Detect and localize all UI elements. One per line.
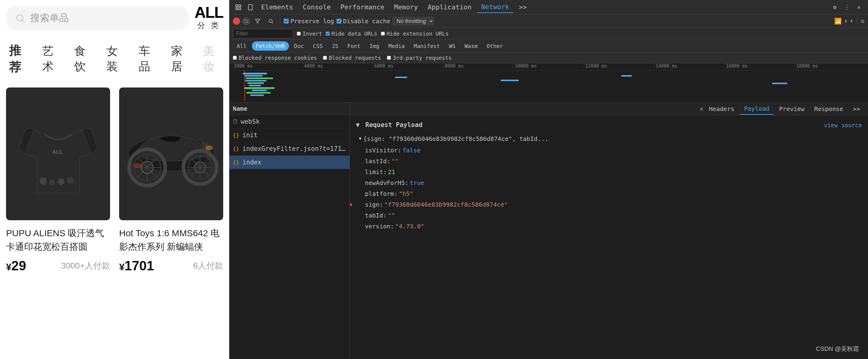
type-doc[interactable]: Doc xyxy=(290,41,308,51)
view-source-link[interactable]: view source xyxy=(824,121,862,130)
value-lastid: "" xyxy=(392,156,399,166)
blocked-cookies-checkbox[interactable]: Blocked response cookies xyxy=(233,55,317,61)
category-艺术[interactable]: 艺术 xyxy=(42,43,59,74)
category-美妆[interactable]: 美妆 xyxy=(203,43,220,74)
all-classify-button[interactable]: ALL 分 类 xyxy=(194,4,223,31)
tab-more[interactable]: >> xyxy=(515,1,531,13)
category-女装[interactable]: 女装 xyxy=(106,43,124,74)
svg-line-31 xyxy=(245,20,247,22)
detail-tab-payload[interactable]: Payload xyxy=(740,103,774,115)
payload-row-platform: platform: "h5" xyxy=(359,189,862,199)
type-other[interactable]: Other xyxy=(483,41,507,51)
value-tabid: "" xyxy=(388,211,395,220)
detail-tab-more[interactable]: >> xyxy=(849,103,864,114)
product-name-1: PUPU ALIENS 吸汗透气卡通印花宽松百搭圆 xyxy=(6,226,110,253)
product-tshirt-illustration: ALL xyxy=(16,106,100,202)
type-css[interactable]: CSS xyxy=(309,41,327,51)
network-settings-icon[interactable]: ⚙ xyxy=(861,18,864,25)
filter-input[interactable] xyxy=(233,29,293,38)
product-card-1[interactable]: ALL PUPU ALIENS 吸汗透气卡通印花宽松百搭圆 ¥29 3000+人… xyxy=(6,88,110,353)
key-newadvforh5: newAdvForH5: xyxy=(365,178,409,188)
xhr-icon-indexgreyfilter: {} xyxy=(233,146,240,152)
svg-line-1 xyxy=(22,20,25,22)
products-grid: ALL PUPU ALIENS 吸汗透气卡通印花宽松百搭圆 ¥29 3000+人… xyxy=(6,88,223,353)
hide-data-urls-checkbox[interactable]: Hide data URLs xyxy=(326,30,377,37)
request-index[interactable]: {} index xyxy=(229,156,349,169)
category-车品[interactable]: 车品 xyxy=(139,43,156,74)
request-indexgreyfilter[interactable]: {} indexGreyFilter.json?t=1713495737136 xyxy=(229,142,349,156)
detail-panel: ✕ Headers Payload Preview Response >> ▼ … xyxy=(350,102,868,359)
search-network-icon[interactable] xyxy=(266,16,276,27)
expand-triangle-main[interactable]: ▼ xyxy=(356,121,360,128)
type-media[interactable]: Media xyxy=(384,41,409,51)
svg-rect-28 xyxy=(249,4,252,10)
type-fetch-xhr[interactable]: Fetch/XHR xyxy=(252,41,289,51)
devtools-inspect-icon[interactable] xyxy=(233,2,244,13)
search-placeholder: 搜索单品 xyxy=(30,11,69,25)
product-card-2[interactable]: Hot Toys 1:6 MMS642 电影杰作系列 新蝙蝠侠 ¥1701 6人… xyxy=(119,88,223,353)
preserve-log-checkbox[interactable]: Preserve log xyxy=(284,18,334,25)
payload-section-title: ▼ Request Payload view source xyxy=(356,120,862,130)
tab-network[interactable]: Network xyxy=(477,1,514,13)
type-font[interactable]: Font xyxy=(343,41,364,51)
timeline-area: 2000 ms 4000 ms 6000 ms 8000 ms 10000 ms… xyxy=(229,63,868,102)
key-sign: sign: xyxy=(365,200,383,209)
classify-label: 分 类 xyxy=(197,20,220,31)
xhr-icon-index: {} xyxy=(233,159,240,166)
type-manifest[interactable]: Manifest xyxy=(410,41,444,51)
svg-point-3 xyxy=(39,177,47,185)
key-limit: limit: xyxy=(365,167,386,177)
devtools-close-icon[interactable]: ✕ xyxy=(854,2,864,13)
invert-checkbox[interactable]: Invert xyxy=(297,30,322,37)
watermark: CSDN @吴秋霜 xyxy=(816,345,859,353)
category-家居[interactable]: 家居 xyxy=(171,43,188,74)
payload-row-isvisitor: isVisitor: false xyxy=(359,145,862,155)
category-nav: 推荐 艺术 食饮 女装 车品 家居 美妆 xyxy=(6,42,223,76)
expand-triangle-obj[interactable]: ▼ xyxy=(359,135,361,142)
search-wrapper: 搜索单品 xyxy=(6,6,188,39)
detail-close-button[interactable]: ✕ xyxy=(700,105,703,113)
devtools-settings-icon[interactable]: ⚙ xyxy=(829,2,840,13)
record-button[interactable] xyxy=(233,18,240,25)
tick-10000: 10000 ms xyxy=(513,63,584,69)
disable-cache-checkbox[interactable]: Disable cache xyxy=(337,18,391,25)
tick-14000: 14000 ms xyxy=(654,63,724,69)
type-img[interactable]: Img xyxy=(366,41,383,51)
category-推荐[interactable]: 推荐 xyxy=(9,42,27,76)
throttle-select[interactable]: No throttling xyxy=(393,17,434,25)
svg-rect-27 xyxy=(239,7,241,9)
request-init[interactable]: {} init xyxy=(229,128,349,142)
third-party-checkbox[interactable]: 3rd-party requests xyxy=(387,55,452,61)
filter-icon[interactable] xyxy=(252,16,263,27)
tab-console[interactable]: Console xyxy=(299,1,335,13)
xhr-icon-init: {} xyxy=(233,132,240,139)
type-js[interactable]: JS xyxy=(328,41,342,51)
category-食饮[interactable]: 食饮 xyxy=(74,43,91,74)
request-websk[interactable]: webSk xyxy=(229,115,349,128)
tab-memory[interactable]: Memory xyxy=(390,1,422,13)
tab-performance[interactable]: Performance xyxy=(336,1,389,13)
tab-application[interactable]: Application xyxy=(424,1,476,13)
all-label: ALL xyxy=(194,4,223,20)
doc-icon xyxy=(233,119,238,125)
blocked-requests-checkbox[interactable]: Blocked requests xyxy=(323,55,381,61)
name-column-header: Name xyxy=(233,105,247,112)
detail-tab-headers[interactable]: Headers xyxy=(705,103,739,114)
search-bar[interactable]: 搜索单品 xyxy=(6,6,188,30)
tab-elements[interactable]: Elements xyxy=(257,1,298,13)
detail-tab-response[interactable]: Response xyxy=(810,103,847,114)
devtools-more-icon[interactable]: ⋮ xyxy=(841,2,852,13)
tick-2000: 2000 ms xyxy=(232,63,303,69)
hide-ext-urls-checkbox[interactable]: Hide extension URLs xyxy=(381,30,449,37)
devtools-device-icon[interactable] xyxy=(245,2,256,13)
type-ws[interactable]: WS xyxy=(445,41,460,51)
value-platform: "h5" xyxy=(399,189,413,199)
clear-button[interactable] xyxy=(243,18,250,25)
detail-tab-preview[interactable]: Preview xyxy=(775,103,809,114)
type-all[interactable]: All xyxy=(233,41,251,51)
payload-row-version: version: "4.73.0" xyxy=(359,221,862,231)
type-wasm[interactable]: Wasm xyxy=(461,41,482,51)
value-version: "4.73.0" xyxy=(395,221,424,231)
svg-line-34 xyxy=(272,22,273,23)
timeline-chart xyxy=(229,70,868,101)
